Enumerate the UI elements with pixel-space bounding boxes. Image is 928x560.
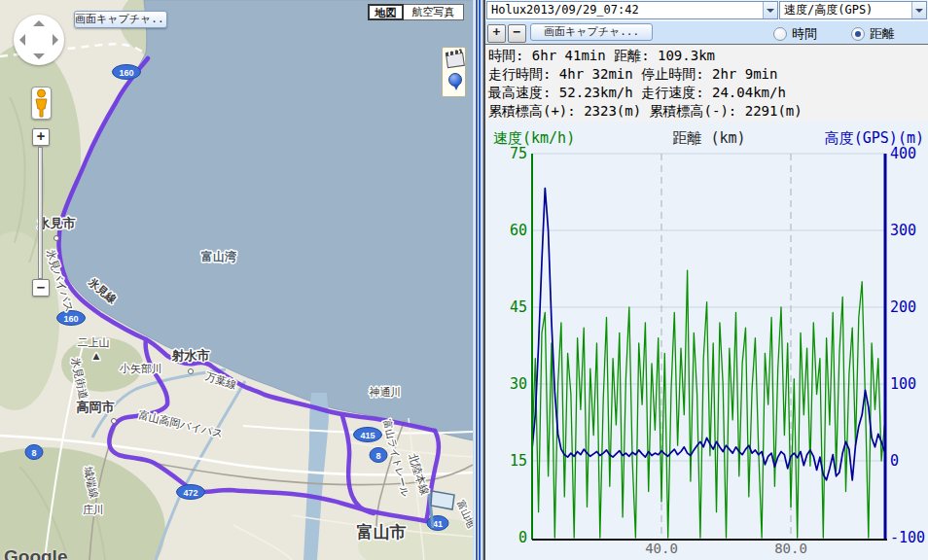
track-statistics: 時間: 6hr 41min 距離: 109.3km 走行時間: 4hr 32mi… xyxy=(485,44,928,122)
chevron-down-icon[interactable] xyxy=(763,2,777,18)
distance-axis-tick: 80.0 xyxy=(774,541,807,556)
radio-distance[interactable]: 距離 xyxy=(851,25,895,43)
altitude-axis-tick: 300 xyxy=(890,222,916,239)
altitude-axis-tick: -100 xyxy=(890,529,925,546)
map-zoom-out-button[interactable]: − xyxy=(32,279,50,297)
radio-time-label: 時間 xyxy=(792,25,817,43)
screen-capture-button[interactable]: 画面キャプチャ... xyxy=(530,23,653,41)
map-place-label: 射水市 xyxy=(172,348,210,363)
speed-axis-tick: 30 xyxy=(510,375,527,393)
map-place-label: 二上山 xyxy=(78,336,110,349)
route-shield: 41 xyxy=(427,516,448,531)
svg-text:160: 160 xyxy=(63,314,78,324)
track-select[interactable]: Holux2013/09/29_07:42 xyxy=(486,1,778,19)
radio-time-circle[interactable] xyxy=(773,27,787,41)
map-place-label: 高岡市 xyxy=(77,400,115,414)
map-pan-control[interactable] xyxy=(14,15,64,65)
selector-toolbar: Holux2013/09/29_07:42 速度/高度(GPS) xyxy=(485,0,928,21)
speed-axis-tick: 15 xyxy=(510,452,527,470)
route-shield: 160 xyxy=(113,65,141,80)
altitude-axis-title: 高度(GPS)(m) xyxy=(825,129,924,147)
stat-line-moving-stopped: 走行時間: 4hr 32min 停止時間: 2hr 9min xyxy=(488,65,928,84)
altitude-axis-tick: 100 xyxy=(890,375,916,393)
graph-zoom-in-button[interactable]: + xyxy=(487,24,506,43)
stat-line-time-distance: 時間: 6hr 41min 距離: 109.3km xyxy=(488,47,928,65)
altitude-axis-tick: 0 xyxy=(890,452,899,470)
altitude-axis-tick: 200 xyxy=(890,298,916,316)
map-pane[interactable]: 1601604158847241 氷見市富山湾二上山▲小矢部川射水市万葉線高岡市… xyxy=(0,0,473,560)
route-shield: 160 xyxy=(57,311,86,326)
pane-splitter[interactable] xyxy=(473,0,485,560)
speed-altitude-chart: 0-1001503010045200603007540040.080.0速度(k… xyxy=(485,122,928,560)
speed-axis-tick: 45 xyxy=(510,298,527,316)
map-place-label: ▲ xyxy=(93,351,100,361)
svg-text:8: 8 xyxy=(31,448,36,458)
altitude-axis-tick: 400 xyxy=(890,145,916,162)
pan-right-icon[interactable] xyxy=(53,34,58,46)
speed-axis-tick: 75 xyxy=(510,145,527,162)
svg-text:472: 472 xyxy=(183,488,197,498)
pan-up-icon[interactable] xyxy=(33,20,45,26)
map-place-label: 小矢部川 xyxy=(119,363,162,375)
speed-axis-tick: 60 xyxy=(510,222,527,239)
route-shield: 472 xyxy=(177,485,205,500)
map-zoom-slider[interactable] xyxy=(38,147,43,279)
route-shield: 415 xyxy=(354,428,382,442)
stat-line-elevation: 累積標高(+): 2323(m) 累積標高(-): 2291(m) xyxy=(488,102,928,121)
map-media-control[interactable] xyxy=(442,47,466,97)
pan-left-icon[interactable] xyxy=(19,34,25,46)
map-canvas: 1601604158847241 氷見市富山湾二上山▲小矢部川射水市万葉線高岡市… xyxy=(0,0,473,560)
route-shield: 8 xyxy=(370,448,387,463)
radio-distance-circle[interactable] xyxy=(851,27,865,41)
pan-down-icon[interactable] xyxy=(33,53,45,59)
track-select-value: Holux2013/09/29_07:42 xyxy=(487,2,763,18)
balloon-pin-icon[interactable] xyxy=(448,73,462,87)
graph-toolbar: + − 画面キャプチャ... 時間 距離 xyxy=(485,21,928,45)
svg-text:415: 415 xyxy=(360,431,375,440)
map-place-label: 庄川 xyxy=(83,504,104,516)
map-place-label: 富山市 xyxy=(357,522,407,542)
distance-axis-title: 距離 (km) xyxy=(672,129,745,147)
svg-text:8: 8 xyxy=(375,451,380,461)
graph-zoom-out-button[interactable]: − xyxy=(508,24,526,43)
svg-text:41: 41 xyxy=(433,519,443,529)
radio-time[interactable]: 時間 xyxy=(773,25,817,43)
chevron-down-icon[interactable] xyxy=(911,2,926,18)
speed-axis-tick: 0 xyxy=(518,529,527,546)
google-logo: Google xyxy=(4,546,67,560)
graph-mode-select[interactable]: 速度/高度(GPS) xyxy=(779,1,927,19)
svg-text:160: 160 xyxy=(119,68,133,78)
stat-line-speed: 最高速度: 52.23km/h 走行速度: 24.04km/h xyxy=(488,84,928,102)
map-type-map-button[interactable]: 地図 xyxy=(368,4,404,20)
map-screen-capture-button[interactable]: 画面キャプチャ... xyxy=(74,11,167,28)
pegman-icon xyxy=(32,88,51,119)
radio-distance-label: 距離 xyxy=(870,25,895,43)
map-zoom-in-button[interactable]: + xyxy=(32,128,50,146)
speed-series-line xyxy=(532,270,884,538)
map-type-satellite-button[interactable]: 航空写真 xyxy=(404,4,464,20)
map-place-label: 富山湾 xyxy=(200,250,237,263)
map-place-label: 神通川 xyxy=(370,386,402,399)
distance-axis-tick: 40.0 xyxy=(645,541,678,556)
pegman-control[interactable] xyxy=(31,87,52,120)
film-icon[interactable] xyxy=(446,52,465,68)
route-shield: 8 xyxy=(25,445,43,460)
graph-mode-value: 速度/高度(GPS) xyxy=(780,2,911,18)
speed-axis-title: 速度(km/h) xyxy=(493,129,575,147)
gps-track-viewer-window: 1601604158847241 氷見市富山湾二上山▲小矢部川射水市万葉線高岡市… xyxy=(0,0,928,560)
data-panel: Holux2013/09/29_07:42 速度/高度(GPS) + − 画面キ… xyxy=(485,0,928,560)
